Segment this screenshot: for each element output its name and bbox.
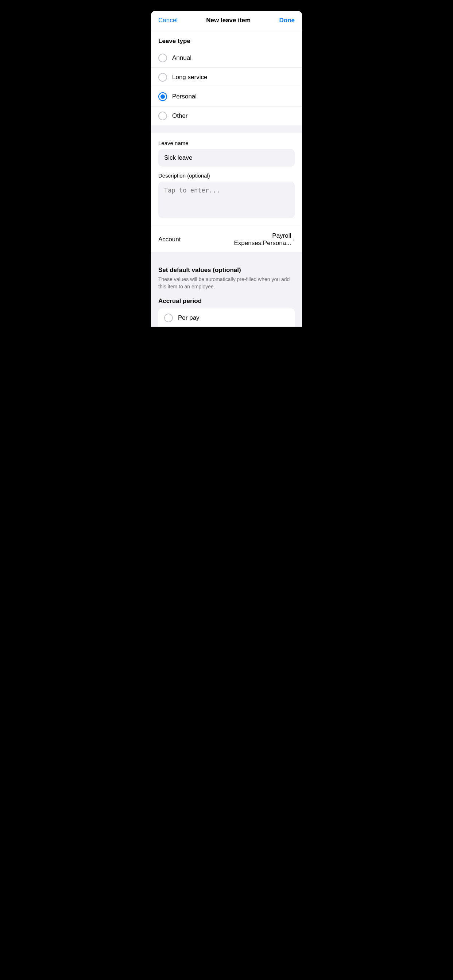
radio-label-long-service: Long service [172,74,207,81]
description-label: Description (optional) [158,172,295,179]
leave-name-label: Leave name [158,140,295,146]
account-value-line2: Expenses:Persona... [234,240,291,247]
page-title: New leave item [206,17,250,24]
description-textarea[interactable] [158,181,295,218]
radio-label-per-pay: Per pay [178,314,199,321]
radio-item-annual[interactable]: Annual [151,48,302,68]
default-values-subtitle: These values will be automatically pre-f… [158,276,295,290]
leave-type-title: Leave type [158,38,190,45]
radio-item-long-service[interactable]: Long service [151,68,302,87]
radio-circle-personal [158,92,167,101]
radio-item-other[interactable]: Other [151,107,302,126]
radio-label-other: Other [172,112,188,119]
radio-item-personal[interactable]: Personal [151,87,302,107]
radio-label-annual: Annual [172,54,191,62]
gap-1 [151,126,302,133]
nav-bar: Cancel New leave item Done [151,11,302,30]
radio-circle-annual [158,54,167,62]
radio-label-personal: Personal [172,93,196,100]
form-section: Leave name Description (optional) [151,133,302,227]
leave-name-input[interactable] [158,149,295,167]
default-values-title: Set default values (optional) [158,267,295,274]
cancel-button[interactable]: Cancel [158,17,178,24]
radio-circle-per-pay [164,313,173,322]
done-button[interactable]: Done [279,17,295,24]
account-value-group: Payroll Expenses:Persona... › [234,232,295,247]
account-label: Account [158,236,180,243]
leave-type-list: Annual Long service Personal Other [151,48,302,126]
radio-circle-long-service [158,73,167,82]
default-values-section: Set default values (optional) These valu… [151,259,302,327]
leave-type-section-header: Leave type [151,30,302,48]
gap-2 [151,252,302,259]
account-chevron-icon: › [292,236,295,243]
account-row[interactable]: Account Payroll Expenses:Persona... › [151,227,302,252]
accrual-list: Per pay Per time worked [158,309,295,327]
account-value-line1: Payroll [234,232,291,240]
radio-circle-other [158,111,167,120]
accrual-period-title: Accrual period [158,298,295,305]
accrual-item-per-pay[interactable]: Per pay [158,309,295,327]
